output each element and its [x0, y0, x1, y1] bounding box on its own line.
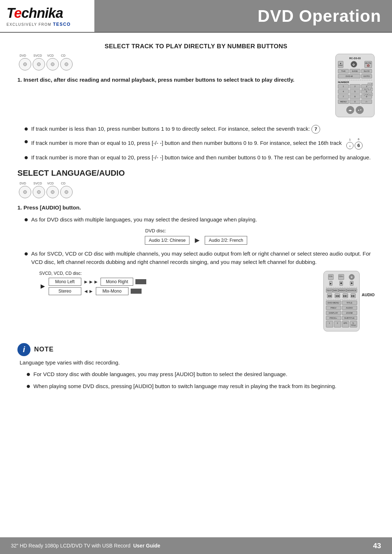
footer-text-bold: User Guide: [133, 543, 160, 549]
note-bullet-text-1: For VCD story disc with double languages…: [33, 370, 287, 378]
bullet-item-3: ● If track number is more than or equal …: [24, 153, 375, 162]
rc-ease-btn: EASE: [350, 69, 360, 73]
rc2-n1: 1: [326, 321, 333, 327]
rc-power-btn: ⏻: [351, 61, 357, 68]
note-title: NOTE: [34, 346, 54, 353]
bullet-text-3: If track number is more than or equal to…: [31, 153, 371, 162]
audio-label-container: AUDIO: [362, 271, 375, 297]
bullet-lang-text-1: As for DVD discs with multiple languages…: [31, 215, 257, 224]
rc2-ch-plus: CH+: [338, 274, 344, 280]
rc-btn-8: 8: [350, 94, 360, 99]
rc-top-row: ▲FAV ⏻ MUTE🔇: [338, 61, 372, 68]
logo-area: Technika EXCLUSIVELY FROM TESCO: [0, 0, 94, 32]
number-6-icon: 6: [355, 142, 363, 150]
mix-mono-box: Mix-Mono: [96, 287, 128, 295]
rc-btn-1: 1: [338, 84, 349, 89]
disc-icons-row2: DVD SVCD VCD CD: [19, 182, 375, 198]
arrow-right-icon: ►: [193, 236, 201, 245]
rc-btn-7: 7: [338, 94, 349, 99]
section1-title: SELECT TRACK TO PLAY DIRECTLY BY NUMBER …: [17, 43, 375, 50]
dvd-disc-label: DVD disc:: [145, 228, 166, 233]
disc-vcd: VCD: [46, 58, 59, 70]
rc2-dvd-row: DVD-MENU TITLE PREV AUDIO: [326, 301, 357, 310]
mono-right-box: Mono Right: [101, 278, 133, 286]
note-bullet-dot-1: ●: [26, 370, 30, 378]
minus-icon: -: [346, 142, 354, 149]
rc2-n2: 2: [334, 321, 341, 327]
rc-numbers-bottom: MENU 0 -/--: [338, 99, 372, 104]
rc2-power: ⏻: [349, 274, 355, 280]
main-content: SELECT TRACK TO PLAY DIRECTLY BY NUMBER …: [0, 33, 392, 401]
bullet-lang-text-2: As for SVCD, VCD or CD disc with multipl…: [31, 249, 375, 266]
bullet-text-1: If track number is less than 10, press n…: [31, 125, 320, 134]
rc-goto-btn: GOTO: [361, 74, 372, 78]
logo-subtitle: EXCLUSIVELY FROM TESCO: [7, 22, 88, 27]
section-track: SELECT TRACK TO PLAY DIRECTLY BY NUMBER …: [17, 43, 375, 162]
disc-icons-row1: DVD SVCD VCD CD: [19, 54, 375, 70]
note-bullet-2: ● When playing some DVD discs, pressing …: [26, 382, 375, 390]
note-header: i NOTE: [17, 343, 375, 356]
section2-title: SELECT LANGUAGE/AUDIO: [17, 168, 375, 178]
bullet-dot-lang-1: ●: [24, 216, 28, 223]
rc2-stop: ⏹: [339, 281, 343, 286]
bullet-text-2: If track number is more than or equal to…: [31, 137, 363, 150]
svcd-arrow-mid: ►►►: [83, 279, 99, 285]
bullet-list-2: ● As for DVD discs with multiple languag…: [24, 215, 375, 224]
audio-side-label: AUDIO: [362, 293, 375, 297]
bullet-dot-lang-2: ●: [24, 250, 28, 257]
rc2-rew-row: ◀◀ |◀◀ ▶▶| ▶▶: [326, 293, 357, 298]
rc-btn-2: 2: [350, 84, 360, 89]
remote-float-1: RC-D3-03 ▲FAV ⏻ MUTE🔇 THX EASE SLCD DVD-…: [335, 54, 375, 117]
note-icon: i: [17, 343, 30, 356]
remote-control-2: CH- CH+ ⏻ ▶ ⏹ ⏺ TEXT MIX: [323, 271, 360, 331]
rc2-divider-2: [326, 300, 357, 300]
note-section: i NOTE Language type varies with disc re…: [17, 343, 375, 394]
footer-page-num: 43: [373, 542, 381, 550]
rc2-ff: ▶▶: [351, 293, 356, 298]
rc2-text-row: TEXT MIX INDEX SOURCE: [326, 288, 357, 293]
rc-btn-0: 0: [350, 99, 360, 104]
rc-divider-1: [338, 80, 372, 80]
rc2-display: DISPLAY: [326, 311, 341, 315]
footer-text-normal: 32" HD Ready 1080p LCD/DVD TV with USB R…: [11, 543, 130, 549]
bullet-lang-2: ● As for SVCD, VCD or CD disc with multi…: [24, 249, 375, 266]
audio-box-2: Audio 2/2: French: [205, 236, 247, 245]
page-title: DVD Operation: [258, 6, 381, 26]
rc2-source: SOURCE: [346, 288, 357, 293]
rc2-rec: ⏺: [350, 281, 354, 286]
rc-bottom-btns: ◀▶ ▲▼: [346, 106, 364, 114]
svcd-diagram-section: CH- CH+ ⏻ ▶ ⏹ ⏺ TEXT MIX: [17, 271, 375, 335]
remote-control-1: RC-D3-03 ▲FAV ⏻ MUTE🔇 THX EASE SLCD DVD-…: [335, 54, 375, 117]
audio-box-1: Audio 1/2: Chinese: [145, 236, 189, 245]
rc2-title: TITLE: [342, 301, 357, 305]
rc-menu-btn: MENU: [338, 99, 349, 104]
bullet-item-1: ● If track number is less than 10, press…: [24, 125, 375, 134]
note-bullet-1: ● For VCD story disc with double languag…: [26, 370, 375, 378]
number-7-icon: 7: [311, 125, 320, 134]
rc2-fwd: ▶▶|: [343, 293, 348, 298]
rc-dvdm-btn: DVD-M: [338, 74, 360, 78]
rc2-index: INDEX: [338, 288, 346, 293]
press-audio-text: 1. Press [AUDIO] button.: [17, 204, 81, 211]
footer-text: 32" HD Ready 1080p LCD/DVD TV with USB R…: [11, 543, 160, 549]
bullet-dot-1: ●: [24, 125, 28, 132]
header-title-area: DVD Operation: [94, 0, 392, 32]
svcd-bar-right: [135, 279, 146, 284]
svcd-bar-right-2: [131, 289, 142, 294]
rc2-prev2: PREV: [326, 306, 341, 310]
note-bullet-dot-2: ●: [26, 382, 30, 390]
bullet-lang-1: ● As for DVD discs with multiple languag…: [24, 215, 375, 224]
rc-slcd-btn: SLCD: [361, 69, 372, 73]
rc2-play: ▶: [329, 281, 332, 286]
instruction-1: 1. Insert disc, after disc reading and n…: [17, 76, 375, 121]
page-footer: 32" HD Ready 1080p LCD/DVD TV with USB R…: [0, 537, 392, 554]
bullet-dot-3: ●: [24, 154, 28, 161]
technika-logo: Technika: [7, 5, 88, 21]
mono-left-box: Mono Left: [49, 278, 81, 286]
rc2-divider-1: [326, 287, 357, 288]
rc-mode-row: THX EASE SLCD DVD-M GOTO: [338, 69, 372, 78]
rc2-stitle: S-TITLE: [350, 321, 357, 327]
note-bullet-list: ● For VCD story disc with double languag…: [26, 370, 375, 391]
page-header: Technika EXCLUSIVELY FROM TESCO DVD Oper…: [0, 0, 392, 33]
svcd-arrow-bot: ◄►: [83, 288, 94, 294]
